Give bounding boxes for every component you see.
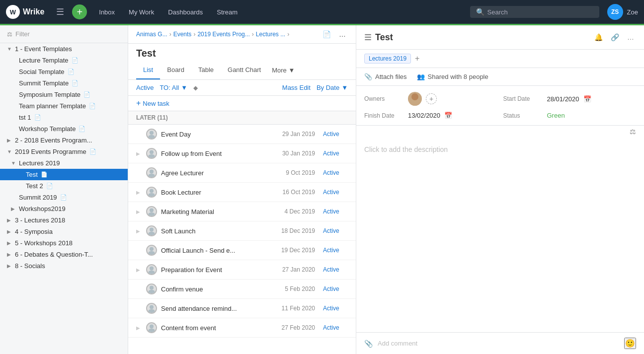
doc-icon: 📄 (34, 114, 41, 121)
link-button[interactable]: 🔗 (609, 31, 621, 43)
expand-icon[interactable]: ▶ (136, 228, 142, 234)
status-value[interactable]: Green (547, 112, 565, 119)
expand-icon[interactable]: ▶ (136, 151, 142, 156)
detail-filter-button[interactable]: ⚖ (630, 128, 636, 136)
right-panel-header: ☰ Test 🔔 🔗 … (356, 25, 644, 50)
table-row[interactable]: ▶ Follow up from Event 30 Jan 2019 Activ… (128, 144, 356, 163)
sidebar-item-5-workshops[interactable]: ▶ 5 - Workshops 2018 (0, 237, 128, 249)
table-row[interactable]: ▶ Soft Launch 18 Dec 2019 Active (128, 221, 356, 241)
by-date-button[interactable]: By Date ▼ (317, 84, 348, 91)
emoji-button[interactable]: 🙂 (624, 338, 636, 349)
task-avatar (146, 303, 157, 314)
svg-point-4 (150, 169, 154, 173)
calendar-icon[interactable]: 📅 (444, 112, 452, 119)
sidebar-item-social-template[interactable]: Social Template 📄 (0, 66, 128, 77)
filter-to-all[interactable]: TO: All ▼ (160, 84, 187, 91)
chevron-down-icon: ▼ (7, 46, 13, 52)
description-placeholder[interactable]: Click to add the description (364, 145, 448, 153)
new-task-row[interactable]: + New task (128, 96, 356, 111)
breadcrumb-animas[interactable]: Animas G... (136, 31, 167, 38)
expand-icon[interactable]: ▶ (136, 190, 142, 195)
tab-table[interactable]: Table (191, 61, 221, 79)
comment-input[interactable] (378, 340, 619, 347)
sidebar-item-workshops2019[interactable]: ▶ Workshops2019 (0, 203, 128, 214)
sidebar-item-label: 1 - Event Templates (15, 45, 72, 53)
sidebar-filter-input[interactable] (15, 30, 121, 38)
expand-icon[interactable]: ▶ (136, 267, 142, 273)
table-row[interactable]: Official Launch - Send e... 19 Dec 2019 … (128, 241, 356, 260)
notification-button[interactable]: 🔔 (592, 31, 605, 43)
paperclip-icon[interactable]: 📎 (364, 340, 373, 348)
expand-icon[interactable]: ▶ (136, 325, 142, 331)
sidebar-item-team-planner[interactable]: Team planner Template 📄 (0, 100, 128, 112)
sidebar-item-event-templates[interactable]: ▼ 1 - Event Templates (0, 43, 128, 55)
calendar-icon[interactable]: 📅 (583, 95, 591, 103)
avatar[interactable]: ZS (607, 4, 623, 20)
user-name: Zoe (627, 8, 638, 16)
svg-point-8 (150, 208, 154, 212)
tab-list[interactable]: List (136, 61, 160, 79)
table-row[interactable]: Agree Lecturer 9 Oct 2019 Active (128, 163, 356, 183)
shared-with-button[interactable]: 👥 Shared with 8 people (417, 73, 488, 80)
breadcrumb-lectures[interactable]: Lectures ... (256, 31, 285, 38)
sidebar-item-label: Workshop Template (19, 125, 76, 133)
table-row[interactable]: Confirm venue 5 Feb 2020 Active (128, 280, 356, 299)
breadcrumb-doc-button[interactable]: 📄 (321, 29, 333, 39)
app-logo[interactable]: W Wrike (6, 5, 44, 19)
start-date-label: Start Date (503, 95, 543, 102)
table-row[interactable]: Event Day 29 Jan 2019 Active (128, 125, 356, 144)
attach-files-button[interactable]: 📎 Attach files (364, 73, 407, 80)
task-name: Book Lecturer (161, 189, 266, 196)
hamburger-button[interactable]: ☰ (52, 4, 68, 19)
dashboards-link[interactable]: Dashboards (162, 5, 209, 19)
sidebar-item-2019-events[interactable]: ▼ 2019 Events Programme 📄 (0, 146, 128, 157)
description-area[interactable]: Click to add the description (356, 138, 644, 332)
tabs-bar: List Board Table Gantt Chart More ▼ (128, 61, 356, 80)
mass-edit-button[interactable]: Mass Edit (282, 84, 311, 91)
my-work-link[interactable]: My Work (123, 5, 160, 19)
svg-point-13 (148, 251, 155, 255)
sidebar-item-lecture-template[interactable]: Lecture Template 📄 (0, 55, 128, 66)
tab-board[interactable]: Board (160, 61, 191, 79)
sidebar-item-4-symposia[interactable]: ▶ 4 - Symposia (0, 226, 128, 237)
sidebar-item-test[interactable]: Test 📄 (0, 169, 128, 180)
owner-avatar[interactable] (408, 92, 422, 106)
add-owner-button[interactable]: + (426, 93, 437, 104)
add-button[interactable]: + (72, 4, 87, 19)
table-row[interactable]: ▶ Book Lecturer 16 Oct 2019 Active (128, 183, 356, 202)
sidebar-item-8-socials[interactable]: ▶ 8 - Socials (0, 260, 128, 272)
search-input[interactable] (487, 8, 593, 16)
sidebar-item-symposium-template[interactable]: Symposium Template 📄 (0, 89, 128, 100)
sidebar-item-summit-2019[interactable]: Summit 2019 📄 (0, 192, 128, 203)
sidebar-item-2018-events[interactable]: ▶ 2 - 2018 Events Program... (0, 135, 128, 146)
svg-point-20 (150, 324, 154, 328)
breadcrumb-2019prog[interactable]: 2019 Events Prog... (197, 31, 249, 38)
task-status: Active (323, 227, 348, 234)
sidebar-item-3-lectures[interactable]: ▶ 3 - Lectures 2018 (0, 214, 128, 226)
sidebar-item-lectures-2019[interactable]: ▼ Lectures 2019 (0, 157, 128, 169)
table-row[interactable]: ▶ Marketing Material 4 Dec 2019 Active (128, 202, 356, 221)
sidebar-item-label: 6 - Debates & Question-T... (15, 251, 93, 258)
sidebar-item-tst1[interactable]: tst 1 📄 (0, 112, 128, 123)
expand-icon[interactable]: ▶ (136, 209, 142, 214)
table-row[interactable]: Send attendance remind... 11 Feb 2020 Ac… (128, 299, 356, 318)
tab-more[interactable]: More ▼ (268, 62, 299, 79)
breadcrumb-events[interactable]: Events (173, 31, 192, 38)
inbox-link[interactable]: Inbox (93, 5, 121, 19)
sidebar-item-summit-template[interactable]: Summit Template 📄 (0, 77, 128, 89)
tag-add-button[interactable]: + (415, 54, 419, 63)
sidebar-item-test2[interactable]: Test 2 📄 (0, 180, 128, 192)
sidebar-item-6-debates[interactable]: ▶ 6 - Debates & Question-T... (0, 249, 128, 260)
stream-link[interactable]: Stream (211, 5, 243, 19)
table-row[interactable]: ▶ Preparation for Event 27 Jan 2020 Acti… (128, 260, 356, 280)
sidebar-item-label: tst 1 (19, 114, 31, 121)
filter-active[interactable]: Active (136, 84, 154, 91)
tab-gantt[interactable]: Gantt Chart (221, 61, 268, 79)
table-row[interactable]: ▶ Content from event 27 Feb 2020 Active (128, 318, 356, 338)
sidebar-item-workshop-template[interactable]: Workshop Template 📄 (0, 123, 128, 135)
filter-button[interactable]: ◆ (193, 84, 198, 91)
task-tag[interactable]: Lectures 2019 (364, 54, 411, 64)
breadcrumb-sep: › (169, 31, 171, 38)
breadcrumb-more-button[interactable]: … (337, 29, 348, 39)
more-options-button[interactable]: … (625, 31, 636, 43)
